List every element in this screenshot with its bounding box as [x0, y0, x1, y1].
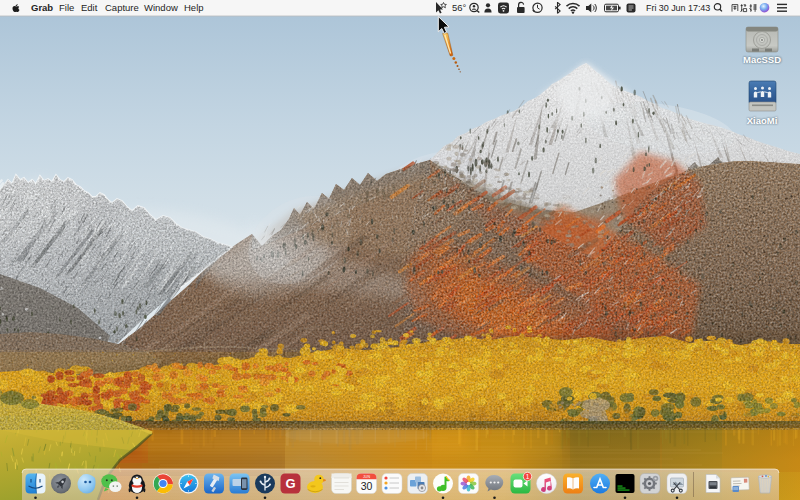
svg-text:56°: 56° [452, 2, 467, 13]
svg-text:JUN: JUN [363, 475, 370, 479]
svg-text:Window: Window [144, 2, 178, 13]
svg-text:XiaoMi: XiaoMi [747, 115, 778, 126]
svg-text:File: File [59, 2, 74, 13]
svg-text:Help: Help [184, 2, 204, 13]
svg-text:1: 1 [526, 473, 530, 480]
svg-text:Edit: Edit [81, 2, 98, 13]
svg-text:Capture: Capture [105, 2, 139, 13]
svg-text:MacSSD: MacSSD [743, 54, 781, 65]
svg-text:30: 30 [361, 480, 373, 492]
svg-text:G: G [285, 476, 295, 491]
svg-text:Fri 30 Jun 17:43: Fri 30 Jun 17:43 [646, 3, 710, 13]
svg-text:Grab: Grab [31, 2, 53, 13]
